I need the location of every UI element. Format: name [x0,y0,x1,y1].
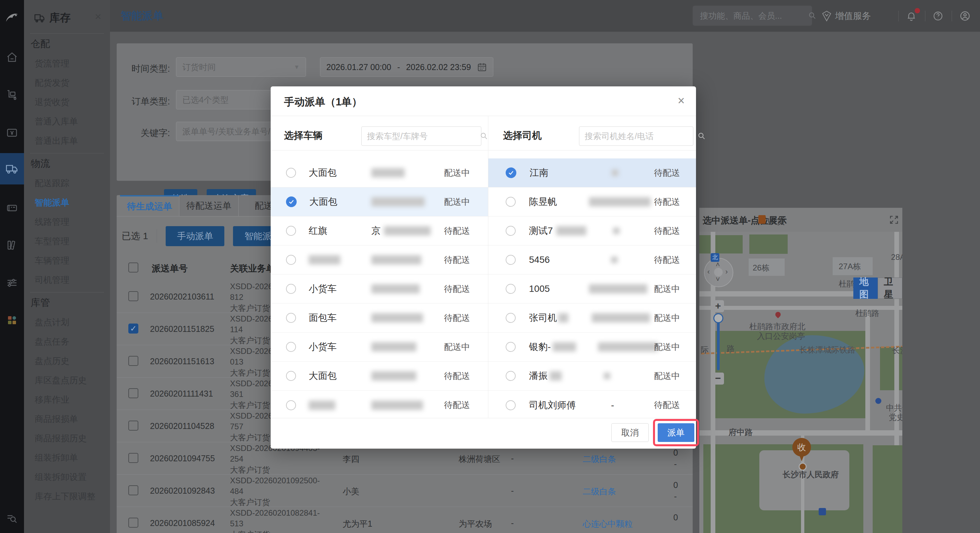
map-type-toggle[interactable]: 地图 卫星 [853,278,902,299]
row-checkbox[interactable] [128,453,138,463]
vehicle-row[interactable]: 大面包 配送中 [270,158,488,187]
help-icon[interactable] [933,0,943,32]
pan-center[interactable] [714,268,723,276]
row-checkbox[interactable] [128,291,138,301]
stock-trolley-icon[interactable] [0,83,24,107]
driver-search[interactable] [579,126,693,146]
radio-icon[interactable] [506,371,515,381]
radio-icon[interactable] [286,371,296,381]
radio-icon[interactable] [286,313,296,323]
vehicle-row[interactable]: 小货车 待配送 [270,274,488,303]
radio-icon[interactable] [506,255,515,265]
check-circle-icon[interactable] [506,168,516,178]
vehicle-row[interactable]: 面包车 待配送 [270,303,488,332]
sidebar-item[interactable]: 货流管理 [24,54,110,73]
vehicle-row-selected[interactable]: 大面包 配送中 [270,187,488,217]
driver-row[interactable]: 张司机 配送中 [488,303,696,332]
dispatch-button[interactable]: 派单 [658,423,694,442]
money-voucher-icon[interactable] [0,121,24,145]
sidebar-item[interactable]: 普通出库单 [24,131,110,150]
check-circle-icon[interactable] [286,196,297,207]
row-checkbox[interactable] [128,485,138,495]
apps-grid-icon[interactable] [0,308,24,332]
sidebar-item[interactable]: 组装拆卸单 [24,448,110,467]
sidebar-item[interactable]: 商品报损单 [24,409,110,429]
sidebar-item[interactable]: 配送跟踪 [24,174,110,193]
driver-row[interactable]: 1005 配送中 [488,274,696,303]
notifications-bell-icon[interactable] [906,0,917,32]
driver-row[interactable]: 测试7 待配送 [488,217,696,246]
close-menu-icon[interactable]: × [95,11,101,22]
global-search[interactable] [693,6,812,26]
sidebar-item[interactable]: 商品报损历史 [24,429,110,448]
radio-icon[interactable] [506,226,515,236]
select-all-checkbox[interactable] [128,262,138,273]
logistics-truck-icon-active[interactable] [0,153,24,184]
sidebar-item[interactable]: 线路管理 [24,212,110,231]
product-link[interactable]: 二级白条 [583,486,616,497]
driver-row[interactable]: 陈昱帆 待配送 [488,187,696,217]
zoom-track[interactable] [717,315,720,370]
tab-pending-delivery[interactable]: 待配送运单 [179,195,239,216]
zoom-in-button[interactable]: + [712,300,724,312]
search-icon[interactable] [808,11,822,20]
product-link[interactable]: 二级白条 [583,453,616,464]
keyword-input[interactable]: 派单单号/关联业务单号/收 [176,122,286,141]
value-added-services[interactable]: 增值服务 [822,0,871,32]
radio-icon[interactable] [506,284,515,294]
sidebar-item[interactable]: 库存上下限调整 [24,487,110,506]
sidebar-item[interactable]: 盘点历史 [24,351,110,370]
modal-close-icon[interactable]: × [678,94,685,108]
fullscreen-icon[interactable] [889,214,899,225]
search-icon[interactable] [697,132,711,140]
radio-icon[interactable] [506,313,515,323]
sidebar-item[interactable]: 盘点计划 [24,313,110,332]
sidebar-item-smart-dispatch[interactable]: 智能派单 [24,193,110,212]
sidebar-item[interactable]: 移库作业 [24,390,110,409]
row-checkbox[interactable] [128,518,138,528]
sidebar-item[interactable]: 车型管理 [24,231,110,251]
radio-icon[interactable] [286,255,296,265]
sidebar-item[interactable]: 库区盘点历史 [24,370,110,390]
tab-pending-generate[interactable]: 待生成运单 [120,195,179,216]
radio-icon[interactable] [286,168,296,178]
menu-search-icon[interactable] [0,507,24,531]
pan-left-icon[interactable]: ‹ [707,268,710,276]
global-search-input[interactable] [693,11,808,21]
receive-marker-pin[interactable]: 收 [792,438,811,463]
vehicle-row[interactable]: 待配送 [270,246,488,274]
search-icon[interactable] [480,132,493,140]
cancel-button[interactable]: 取消 [611,423,649,442]
avatar[interactable] [959,0,970,32]
radio-icon[interactable] [286,284,296,294]
sidebar-item[interactable]: 普通入库单 [24,112,110,131]
toggle-map-button[interactable]: 地图 [853,278,878,299]
radio-icon[interactable] [506,342,515,352]
sidebar-item[interactable]: 退货收货 [24,93,110,112]
row-checkbox-checked[interactable]: ✓ [128,324,138,334]
sidebar-item[interactable]: 配货发货 [24,73,110,93]
radio-icon[interactable] [506,400,515,410]
sidebar-item[interactable]: 司机管理 [24,270,110,289]
date-range-picker[interactable]: 2026.01.27 00:00 - 2026.02.02 23:59 [320,57,493,77]
row-checkbox[interactable] [128,356,138,366]
pan-down-icon[interactable]: ˅ [716,276,720,283]
order-type-select[interactable]: 已选4个类型 [176,90,286,109]
driver-row[interactable]: 5456 待配送 [488,246,696,274]
row-checkbox[interactable] [128,421,138,431]
driver-row[interactable]: 潘振 配送中 [488,362,696,391]
vehicle-row[interactable]: 大面包 待配送 [270,362,488,391]
vehicle-row[interactable]: 待配送 [270,391,488,418]
radio-icon[interactable] [286,226,296,236]
radio-icon[interactable] [506,197,515,207]
sidebar-item[interactable]: 盘点任务 [24,332,110,351]
sidebar-item[interactable]: 组装拆卸设置 [24,467,110,487]
vehicle-row[interactable]: 小货车 配送中 [270,332,488,362]
manual-dispatch-button[interactable]: 手动派单 [165,226,224,246]
radio-icon[interactable] [286,342,296,352]
map-canvas[interactable]: 26栋 27A栋 28A 杜鹃路辅路 杜鹃路 杜鹃路市政府北 入口公安岗亭 长株… [699,232,902,533]
row-checkbox[interactable] [128,388,138,398]
map-pan-control[interactable]: ˄ ˅ ‹ › [704,258,733,287]
time-type-select[interactable]: 订货时间 ▼ [176,57,306,77]
toggle-satellite-button[interactable]: 卫星 [878,278,903,299]
